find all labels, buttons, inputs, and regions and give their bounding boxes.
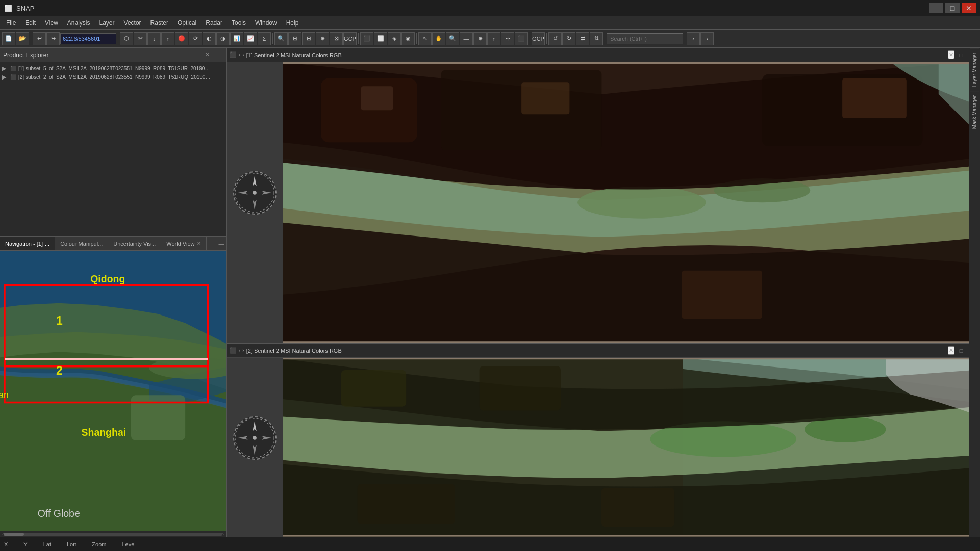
- menu-window[interactable]: Window: [251, 18, 281, 28]
- redo-button[interactable]: ↪: [46, 32, 60, 45]
- tool-6[interactable]: ⟳: [189, 32, 202, 45]
- minimize-button[interactable]: —: [929, 3, 943, 13]
- tool-4[interactable]: ↑: [161, 32, 174, 45]
- lon-label: Lon: [67, 541, 76, 547]
- menu-help[interactable]: Help: [282, 18, 303, 28]
- tool-1[interactable]: ⬡: [120, 32, 133, 45]
- tree-expand-1[interactable]: ▶: [2, 65, 8, 72]
- rotate-left[interactable]: ↺: [548, 32, 562, 45]
- left-panel-scrollbar[interactable]: ‹ ›: [0, 531, 226, 537]
- maximize-button[interactable]: □: [945, 3, 960, 13]
- gcp-btn[interactable]: GCP: [532, 32, 545, 45]
- tool-11[interactable]: Σ: [258, 32, 271, 45]
- zoom-out-tool[interactable]: —: [460, 32, 473, 45]
- open-button[interactable]: 📂: [16, 32, 29, 45]
- scroll-right[interactable]: ›: [222, 531, 224, 537]
- y-label: Y: [23, 541, 27, 547]
- tool-10[interactable]: 📈: [244, 32, 257, 45]
- rotate-right[interactable]: ↻: [562, 32, 575, 45]
- product-explorer-expand[interactable]: ✕: [203, 50, 212, 60]
- tab-worldview-close[interactable]: ✕: [197, 241, 201, 246]
- tool-18[interactable]: ⬛: [360, 32, 373, 45]
- tree-item-1[interactable]: ▶ ⬛ [1] subset_5_of_S2A_MSIL2A_20190628T…: [2, 64, 224, 73]
- menu-vector[interactable]: Vector: [120, 18, 145, 28]
- tool-17[interactable]: GCP: [343, 32, 357, 45]
- menu-radar[interactable]: Radar: [202, 18, 227, 28]
- tool-7[interactable]: ◐: [203, 32, 216, 45]
- coord-input[interactable]: [60, 33, 116, 44]
- product-explorer-panel: Product Explorer ✕ — ▶ ⬛ [1] subset_5_of…: [0, 48, 226, 237]
- menu-optical[interactable]: Optical: [173, 18, 200, 28]
- tool-12[interactable]: 🔍: [274, 32, 288, 45]
- layer-manager-tab[interactable]: Layer Manager: [970, 48, 979, 91]
- pan-tool[interactable]: ✋: [432, 32, 445, 45]
- nav-compass-1: [227, 62, 283, 343]
- flip-v[interactable]: ⇅: [590, 32, 603, 45]
- tree-item-2[interactable]: ▶ ⬛ [2] subset_2_of_S2A_MSIL2A_20190628T…: [2, 73, 224, 82]
- flip-h[interactable]: ⇄: [576, 32, 589, 45]
- tree-expand-2[interactable]: ▶: [2, 74, 8, 81]
- zoom-in-tool[interactable]: 🔍: [446, 32, 459, 45]
- map-view-1-nav-right[interactable]: ›: [242, 52, 244, 58]
- status-level: Level —: [122, 541, 143, 547]
- map-view-2-nav-right[interactable]: ›: [242, 348, 244, 353]
- tab-colour[interactable]: Colour Manipul...: [55, 237, 108, 250]
- scroll-track[interactable]: [4, 533, 222, 536]
- svg-text:2: 2: [56, 364, 63, 377]
- menu-file[interactable]: File: [2, 18, 20, 28]
- tool-5[interactable]: 🔴: [175, 32, 188, 45]
- menu-layer[interactable]: Layer: [95, 18, 119, 28]
- main-area: Product Explorer ✕ — ▶ ⬛ [1] subset_5_of…: [0, 48, 980, 537]
- nav-panel-minimize[interactable]: —: [217, 239, 226, 248]
- select-tool[interactable]: ⬛: [515, 32, 528, 45]
- tool-19[interactable]: ⬜: [374, 32, 387, 45]
- tab-uncertainty[interactable]: Uncertainty Vis...: [108, 237, 161, 250]
- map-view-1-close[interactable]: ✕: [948, 50, 954, 59]
- tool-15[interactable]: ⊕: [316, 32, 329, 45]
- tool-9[interactable]: 📊: [230, 32, 243, 45]
- menu-view[interactable]: View: [41, 18, 62, 28]
- status-lat: Lat —: [43, 541, 59, 547]
- toolbar: 📄 📂 ↩ ↪ ⬡ ✂ ↓ ↑ 🔴 ⟳ ◐ ◑ 📊 📈 Σ 🔍 ⊞ ⊟ ⊕ ⊠ …: [0, 30, 980, 48]
- undo-button[interactable]: ↩: [33, 32, 46, 45]
- menu-raster[interactable]: Raster: [146, 18, 172, 28]
- tool-13[interactable]: ⊞: [288, 32, 301, 45]
- menu-tools[interactable]: Tools: [228, 18, 250, 28]
- product-explorer-minimize[interactable]: —: [214, 50, 223, 60]
- svg-marker-43: [253, 445, 257, 455]
- menu-analysis[interactable]: Analysis: [63, 18, 94, 28]
- tree-icon-2: ⬛: [10, 74, 16, 80]
- menu-edit[interactable]: Edit: [21, 18, 40, 28]
- x-label: X: [4, 541, 8, 547]
- mask-manager-tab[interactable]: Mask Manager: [970, 91, 979, 133]
- pointer-tool[interactable]: ↖: [418, 32, 432, 45]
- sync-tool[interactable]: ⊕: [473, 32, 487, 45]
- scroll-thumb[interactable]: [4, 533, 24, 536]
- map-view-2-nav-left[interactable]: ‹: [239, 348, 240, 353]
- arrow-right[interactable]: ›: [700, 32, 714, 45]
- tab-worldview-label: World View: [166, 241, 194, 247]
- tool-14[interactable]: ⊟: [302, 32, 315, 45]
- tool-21[interactable]: ◉: [401, 32, 415, 45]
- close-button[interactable]: ✕: [962, 3, 976, 13]
- product-tree: ▶ ⬛ [1] subset_5_of_S2A_MSIL2A_20190628T…: [0, 62, 226, 236]
- tree-text-2: [2] subset_2_of_S2A_MSIL2A_20190628T0235…: [18, 74, 212, 80]
- arrow-left[interactable]: ‹: [687, 32, 700, 45]
- map-view-2-maximize[interactable]: □: [957, 346, 966, 355]
- navigation-panel: Navigation - [1] ... Colour Manipul... U…: [0, 237, 226, 531]
- new-button[interactable]: 📄: [2, 32, 15, 45]
- search-input[interactable]: [607, 33, 683, 44]
- tool-3[interactable]: ↓: [147, 32, 161, 45]
- map-view-2-close[interactable]: ✕: [948, 346, 954, 355]
- tool-2[interactable]: ✂: [134, 32, 147, 45]
- crosshair-tool[interactable]: ⊹: [501, 32, 514, 45]
- tool-20[interactable]: ◈: [388, 32, 401, 45]
- map-view-1-nav-left[interactable]: ‹: [239, 52, 240, 58]
- satellite-image-2: [283, 358, 969, 537]
- tool-8[interactable]: ◑: [216, 32, 230, 45]
- tool-16[interactable]: ⊠: [330, 32, 343, 45]
- tab-worldview[interactable]: World View ✕: [161, 237, 206, 250]
- tab-navigation[interactable]: Navigation - [1] ...: [0, 237, 55, 250]
- map-view-1-maximize[interactable]: □: [957, 50, 966, 60]
- pin-tool[interactable]: ↑: [487, 32, 500, 45]
